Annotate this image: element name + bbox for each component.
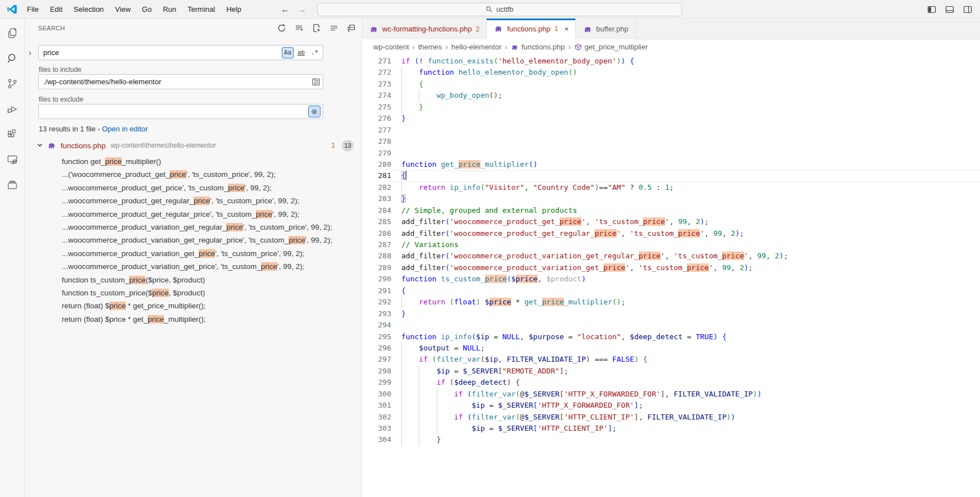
result-line[interactable]: ...woocommerce_product_get_price', 'ts_c… [25,181,361,194]
code-line-274[interactable]: 274 wp_body_open(); [362,90,980,101]
search-icon[interactable] [2,48,22,69]
code-line-290[interactable]: 290function ts_custom_price($price, $pro… [362,273,980,285]
code-line-301[interactable]: 301 $ip = $_SERVER['HTTP_X_FORWARDED_FOR… [362,400,980,411]
code-line-303[interactable]: 303 $ip = $_SERVER['HTTP_CLIENT_IP']; [362,423,980,434]
code-line-272[interactable]: 272 function hello_elementor_body_open() [362,67,980,78]
result-line[interactable]: ...woocommerce_product_get_regular_price… [25,208,361,221]
code-line-275[interactable]: 275 } [362,102,980,113]
code-line-292[interactable]: 292 return (float) $price * get_price_mu… [362,297,980,308]
extensions-icon[interactable] [2,124,22,144]
breadcrumb-item[interactable]: wp-content [373,43,409,51]
code-line-281[interactable]: 281{ [362,170,980,181]
code-line-297[interactable]: 297 if (filter_var($ip, FILTER_VALIDATE_… [362,354,980,365]
code-line-293[interactable]: 293} [362,308,980,320]
menu-edit[interactable]: Edit [44,3,68,16]
source-control-icon[interactable] [2,74,22,94]
code-line-300[interactable]: 300 if (filter_var(@$_SERVER['HTTP_X_FOR… [362,389,980,400]
code-line-304[interactable]: 304 } [362,434,980,445]
result-file-row[interactable]: functions.php wp-content\themes\hello-el… [25,139,361,152]
whole-word-toggle[interactable]: ab [295,47,307,58]
code-line-276[interactable]: 276} [362,113,980,124]
line-number: 298 [362,366,391,377]
line-content: function ts_custom_price($price, $produc… [391,273,980,285]
tab-buffer.php[interactable]: buffer.php [576,19,636,39]
breadcrumb-item[interactable]: functions.php [511,43,565,51]
menu-terminal[interactable]: Terminal [182,3,221,16]
toggle-sidebar-icon[interactable] [927,5,936,14]
code-line-294[interactable]: 294 [362,320,980,331]
code-line-295[interactable]: 295function ip_info($ip = NULL, $purpose… [362,331,980,343]
code-line-279[interactable]: 279 [362,148,980,159]
result-line[interactable]: ...('woocommerce_product_get_price', 'ts… [25,168,361,181]
result-line[interactable]: ...woocommerce_product_variation_get_reg… [25,221,361,234]
use-exclude-settings-toggle[interactable] [308,106,320,117]
result-line[interactable]: function get_price_multiplier() [25,155,361,168]
code-line-298[interactable]: 298 $ip = $_SERVER["REMOTE_ADDR"]; [362,366,980,377]
code-line-273[interactable]: 273 { [362,79,980,90]
code-line-288[interactable]: 288add_filter('woocommerce_product_varia… [362,250,980,262]
code-line-289[interactable]: 289add_filter('woocommerce_product_varia… [362,262,980,273]
code-line-291[interactable]: 291{ [362,285,980,297]
run-debug-icon[interactable] [2,99,22,119]
result-line[interactable]: ...woocommerce_product_variation_get_reg… [25,234,361,247]
breadcrumb-item[interactable]: get_price_multiplier [574,43,648,51]
explorer-icon[interactable] [2,23,22,43]
menu-file[interactable]: File [21,3,44,16]
code-line-302[interactable]: 302 if (filter_var(@$_SERVER['HTTP_CLIEN… [362,412,980,423]
tab-functions.php[interactable]: functions.php1× [487,19,576,39]
back-arrow-icon[interactable]: ← [281,4,290,15]
menu-run[interactable]: Run [157,3,182,16]
code-line-280[interactable]: 280function get_price_multiplier() [362,159,980,170]
refresh-icon[interactable] [277,24,286,33]
code-line-278[interactable]: 278 [362,136,980,147]
code-line-299[interactable]: 299 if ($deep_detect) { [362,377,980,388]
breadcrumb-item[interactable]: hello-elementor [451,43,502,51]
menu-view[interactable]: View [109,3,136,16]
clear-results-icon[interactable] [295,24,304,33]
code-editor[interactable]: 271if (! function_exists('hello_elemento… [362,54,980,446]
line-number: 291 [362,285,391,297]
result-line[interactable]: ...woocommerce_product_variation_get_pri… [25,247,361,260]
result-line[interactable]: ...woocommerce_product_get_regular_price… [25,194,361,207]
chevron-down-icon[interactable] [36,142,43,150]
code-line-284[interactable]: 284// Simple, grouped and external produ… [362,205,980,216]
code-line-286[interactable]: 286add_filter('woocommerce_product_get_r… [362,228,980,239]
code-line-282[interactable]: 282 return ip_info("Visitor", "Country C… [362,182,980,193]
code-line-285[interactable]: 285add_filter('woocommerce_product_get_p… [362,216,980,227]
view-as-list-icon[interactable] [329,24,338,33]
menu-selection[interactable]: Selection [68,3,109,16]
search-query-input[interactable]: price Aa ab .* [38,45,323,60]
menu-help[interactable]: Help [221,3,247,16]
code-line-277[interactable]: 277 [362,125,980,136]
line-content: return (float) $price * get_price_multip… [391,297,980,308]
files-to-include-input[interactable]: ./wp-content/themes/hello-elementor [38,74,323,89]
library-icon[interactable] [2,175,22,195]
breadcrumb-item[interactable]: themes [418,43,442,51]
code-line-283[interactable]: 283} [362,193,980,204]
search-open-editors-icon[interactable] [312,77,320,86]
open-in-editor-link[interactable]: Open in editor [102,125,148,133]
match-case-toggle[interactable]: Aa [282,47,294,58]
collapse-all-icon[interactable] [347,24,356,33]
code-line-296[interactable]: 296 $output = NULL; [362,343,980,354]
toggle-replace-chevron-icon[interactable]: › [29,48,31,57]
new-search-editor-icon[interactable] [312,24,321,33]
toggle-secondary-sidebar-icon[interactable] [963,5,972,14]
files-to-exclude-input[interactable] [38,104,323,119]
tab-wc-formatting-functions.php[interactable]: wc-formatting-functions.php2 [362,19,487,39]
result-line[interactable]: function ts_custom_price($price, $produc… [25,286,361,299]
php-file-icon [369,25,378,34]
close-tab-icon[interactable]: × [564,25,569,33]
menu-go[interactable]: Go [136,3,157,16]
regex-toggle[interactable]: .* [309,47,320,58]
result-line[interactable]: return (float) $price * get_price_multip… [25,299,361,312]
code-line-271[interactable]: 271if (! function_exists('hello_elemento… [362,56,980,67]
command-center-search[interactable]: ucttfb [317,3,682,16]
forward-arrow-icon[interactable]: → [297,4,306,15]
toggle-panel-icon[interactable] [945,5,954,14]
result-line[interactable]: function ts_custom_price($price, $produc… [25,273,361,286]
code-line-287[interactable]: 287// Variations [362,239,980,250]
result-line[interactable]: ...woocommerce_product_variation_get_pri… [25,260,361,273]
result-line[interactable]: return (float) $price * get_price_multip… [25,313,361,326]
remote-explorer-icon[interactable] [2,149,22,170]
